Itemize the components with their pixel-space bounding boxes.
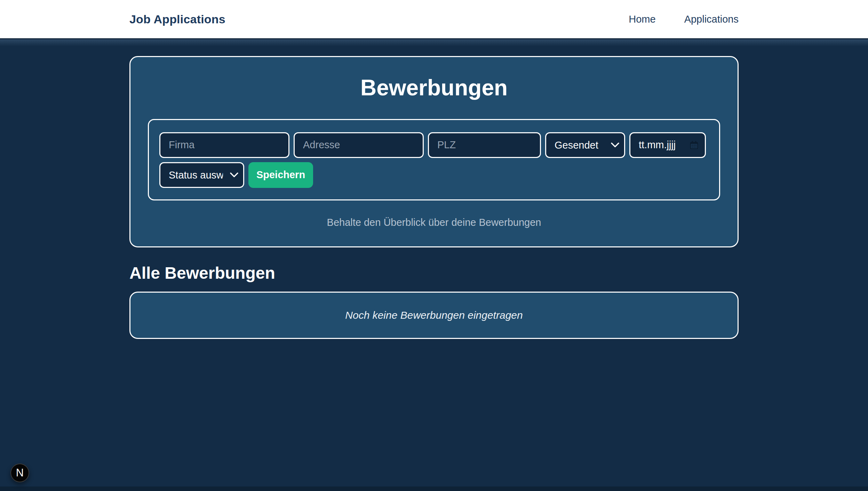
applications-list: Noch keine Bewerbungen eingetragen [129,292,739,339]
app-title: Job Applications [129,13,225,26]
header-shadow [0,39,868,46]
main-content: Bewerbungen Gesendet tt.mm.jjjj [129,56,739,339]
date-input[interactable]: tt.mm.jjjj [629,132,706,158]
page-title: Bewerbungen [148,75,720,101]
plz-input[interactable] [428,132,541,158]
sent-status-select[interactable]: Gesendet [545,132,625,158]
calendar-icon[interactable] [689,140,699,150]
app-header: Job Applications Home Applications [0,0,868,39]
main-nav: Home Applications [629,14,739,25]
bewerbungen-card: Bewerbungen Gesendet tt.mm.jjjj [129,56,739,247]
nextjs-logo-icon: N [16,467,24,479]
nav-home[interactable]: Home [629,14,655,25]
list-title: Alle Bewerbungen [129,263,739,283]
bottom-edge-strip [0,486,868,491]
date-value: tt.mm.jjjj [639,139,676,151]
empty-state-message: Noch keine Bewerbungen eingetragen [345,309,523,321]
nav-applications[interactable]: Applications [684,14,739,25]
application-status-select[interactable]: Status auswählen [159,162,244,188]
firma-input[interactable] [159,132,289,158]
save-button[interactable]: Speichern [248,162,313,188]
nextjs-dev-badge[interactable]: N [10,464,29,482]
adresse-input[interactable] [294,132,424,158]
application-form: Gesendet tt.mm.jjjj [148,119,720,200]
hero-subtitle: Behalte den Überblick über deine Bewerbu… [148,217,720,228]
